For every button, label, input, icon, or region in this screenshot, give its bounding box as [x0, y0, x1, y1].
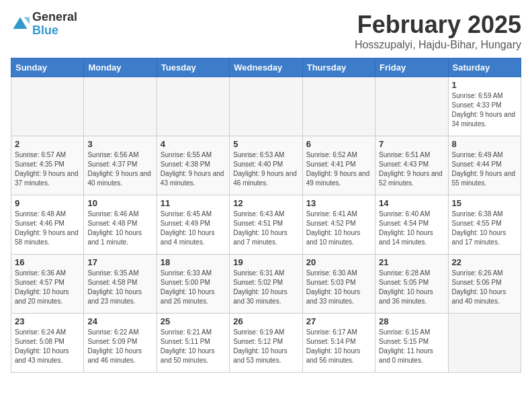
- day-number: 8: [452, 139, 517, 149]
- day-number: 4: [161, 139, 226, 149]
- location-title: Hosszupalyi, Hajdu-Bihar, Hungary: [355, 39, 521, 51]
- day-info: Sunrise: 6:43 AM Sunset: 4:51 PM Dayligh…: [233, 210, 298, 247]
- weekday-header-row: SundayMondayTuesdayWednesdayThursdayFrid…: [11, 58, 521, 77]
- logo: General Blue: [11, 11, 77, 38]
- day-info: Sunrise: 6:41 AM Sunset: 4:52 PM Dayligh…: [306, 210, 371, 247]
- day-number: 22: [452, 257, 517, 267]
- day-info: Sunrise: 6:45 AM Sunset: 4:49 PM Dayligh…: [161, 210, 226, 247]
- day-number: 25: [161, 316, 226, 326]
- day-info: Sunrise: 6:40 AM Sunset: 4:54 PM Dayligh…: [379, 210, 444, 247]
- day-number: 24: [87, 316, 152, 326]
- calendar-cell: [157, 77, 229, 136]
- calendar-week-2: 2Sunrise: 6:57 AM Sunset: 4:35 PM Daylig…: [11, 136, 521, 195]
- day-number: 18: [161, 257, 226, 267]
- day-number: 15: [452, 198, 517, 208]
- calendar-cell: 16Sunrise: 6:36 AM Sunset: 4:57 PM Dayli…: [11, 255, 84, 314]
- day-number: 28: [379, 316, 444, 326]
- day-info: Sunrise: 6:26 AM Sunset: 5:06 PM Dayligh…: [452, 269, 517, 306]
- calendar-cell: 4Sunrise: 6:55 AM Sunset: 4:38 PM Daylig…: [157, 136, 229, 195]
- day-number: 13: [306, 198, 371, 208]
- day-info: Sunrise: 6:31 AM Sunset: 5:02 PM Dayligh…: [233, 269, 298, 306]
- day-info: Sunrise: 6:22 AM Sunset: 5:09 PM Dayligh…: [87, 328, 152, 365]
- calendar-cell: 24Sunrise: 6:22 AM Sunset: 5:09 PM Dayli…: [84, 314, 157, 373]
- day-number: 14: [379, 198, 444, 208]
- calendar-cell: 21Sunrise: 6:28 AM Sunset: 5:05 PM Dayli…: [375, 255, 448, 314]
- day-info: Sunrise: 6:56 AM Sunset: 4:37 PM Dayligh…: [87, 150, 152, 188]
- day-info: Sunrise: 6:17 AM Sunset: 5:14 PM Dayligh…: [306, 328, 371, 365]
- calendar-cell: [84, 77, 157, 136]
- month-title: February 2025: [355, 11, 521, 39]
- calendar-cell: 12Sunrise: 6:43 AM Sunset: 4:51 PM Dayli…: [230, 195, 302, 255]
- day-number: 9: [15, 198, 80, 208]
- day-info: Sunrise: 6:35 AM Sunset: 4:58 PM Dayligh…: [87, 269, 152, 306]
- weekday-header-tuesday: Tuesday: [157, 58, 229, 77]
- day-info: Sunrise: 6:28 AM Sunset: 5:05 PM Dayligh…: [379, 269, 444, 306]
- day-number: 10: [87, 198, 152, 208]
- calendar-cell: [302, 77, 375, 136]
- weekday-header-sunday: Sunday: [11, 58, 84, 77]
- calendar-cell: 13Sunrise: 6:41 AM Sunset: 4:52 PM Dayli…: [302, 195, 375, 255]
- day-number: 20: [306, 257, 371, 267]
- day-info: Sunrise: 6:59 AM Sunset: 4:33 PM Dayligh…: [452, 91, 517, 129]
- calendar-cell: [375, 77, 448, 136]
- calendar-week-1: 1Sunrise: 6:59 AM Sunset: 4:33 PM Daylig…: [11, 77, 521, 136]
- weekday-header-thursday: Thursday: [302, 58, 375, 77]
- weekday-header-monday: Monday: [84, 58, 157, 77]
- day-info: Sunrise: 6:53 AM Sunset: 4:40 PM Dayligh…: [233, 150, 298, 188]
- calendar-cell: 17Sunrise: 6:35 AM Sunset: 4:58 PM Dayli…: [84, 255, 157, 314]
- calendar-cell: 27Sunrise: 6:17 AM Sunset: 5:14 PM Dayli…: [302, 314, 375, 373]
- calendar-cell: 1Sunrise: 6:59 AM Sunset: 4:33 PM Daylig…: [448, 77, 521, 136]
- calendar-cell: [11, 77, 84, 136]
- calendar-cell: 15Sunrise: 6:38 AM Sunset: 4:55 PM Dayli…: [448, 195, 521, 255]
- day-info: Sunrise: 6:33 AM Sunset: 5:00 PM Dayligh…: [161, 269, 226, 306]
- day-number: 17: [87, 257, 152, 267]
- calendar-cell: 26Sunrise: 6:19 AM Sunset: 5:12 PM Dayli…: [230, 314, 302, 373]
- day-info: Sunrise: 6:21 AM Sunset: 5:11 PM Dayligh…: [161, 328, 226, 365]
- day-number: 16: [15, 257, 80, 267]
- calendar-cell: 9Sunrise: 6:48 AM Sunset: 4:46 PM Daylig…: [11, 195, 84, 255]
- logo-general-text: General: [32, 11, 77, 24]
- day-number: 21: [379, 257, 444, 267]
- day-number: 26: [233, 316, 298, 326]
- calendar-cell: 20Sunrise: 6:30 AM Sunset: 5:03 PM Dayli…: [302, 255, 375, 314]
- day-info: Sunrise: 6:38 AM Sunset: 4:55 PM Dayligh…: [452, 210, 517, 247]
- day-info: Sunrise: 6:49 AM Sunset: 4:44 PM Dayligh…: [452, 150, 517, 188]
- title-area: February 2025 Hosszupalyi, Hajdu-Bihar, …: [355, 11, 521, 51]
- day-info: Sunrise: 6:19 AM Sunset: 5:12 PM Dayligh…: [233, 328, 298, 365]
- day-number: 2: [15, 139, 80, 149]
- day-info: Sunrise: 6:55 AM Sunset: 4:38 PM Dayligh…: [161, 150, 226, 188]
- calendar-cell: 23Sunrise: 6:24 AM Sunset: 5:08 PM Dayli…: [11, 314, 84, 373]
- day-info: Sunrise: 6:57 AM Sunset: 4:35 PM Dayligh…: [15, 150, 80, 188]
- calendar-cell: 5Sunrise: 6:53 AM Sunset: 4:40 PM Daylig…: [230, 136, 302, 195]
- day-info: Sunrise: 6:46 AM Sunset: 4:48 PM Dayligh…: [87, 210, 152, 247]
- calendar-cell: 19Sunrise: 6:31 AM Sunset: 5:02 PM Dayli…: [230, 255, 302, 314]
- calendar-cell: 22Sunrise: 6:26 AM Sunset: 5:06 PM Dayli…: [448, 255, 521, 314]
- day-number: 3: [87, 139, 152, 149]
- calendar-week-4: 16Sunrise: 6:36 AM Sunset: 4:57 PM Dayli…: [11, 255, 521, 314]
- weekday-header-saturday: Saturday: [448, 58, 521, 77]
- weekday-header-wednesday: Wednesday: [230, 58, 302, 77]
- day-info: Sunrise: 6:51 AM Sunset: 4:43 PM Dayligh…: [379, 150, 444, 188]
- calendar-cell: 10Sunrise: 6:46 AM Sunset: 4:48 PM Dayli…: [84, 195, 157, 255]
- calendar-week-3: 9Sunrise: 6:48 AM Sunset: 4:46 PM Daylig…: [11, 195, 521, 255]
- day-info: Sunrise: 6:36 AM Sunset: 4:57 PM Dayligh…: [15, 269, 80, 306]
- day-number: 23: [15, 316, 80, 326]
- svg-marker-0: [13, 17, 28, 29]
- calendar-cell: 8Sunrise: 6:49 AM Sunset: 4:44 PM Daylig…: [448, 136, 521, 195]
- calendar-cell: 11Sunrise: 6:45 AM Sunset: 4:49 PM Dayli…: [157, 195, 229, 255]
- svg-marker-1: [24, 17, 30, 24]
- calendar-cell: 25Sunrise: 6:21 AM Sunset: 5:11 PM Dayli…: [157, 314, 229, 373]
- day-info: Sunrise: 6:24 AM Sunset: 5:08 PM Dayligh…: [15, 328, 80, 365]
- day-number: 12: [233, 198, 298, 208]
- page-header: General Blue February 2025 Hosszupalyi, …: [11, 11, 521, 51]
- calendar-cell: 3Sunrise: 6:56 AM Sunset: 4:37 PM Daylig…: [84, 136, 157, 195]
- day-number: 5: [233, 139, 298, 149]
- calendar-cell: 7Sunrise: 6:51 AM Sunset: 4:43 PM Daylig…: [375, 136, 448, 195]
- day-number: 27: [306, 316, 371, 326]
- day-info: Sunrise: 6:15 AM Sunset: 5:15 PM Dayligh…: [379, 328, 444, 365]
- day-number: 6: [306, 139, 371, 149]
- calendar-cell: [230, 77, 302, 136]
- calendar-week-5: 23Sunrise: 6:24 AM Sunset: 5:08 PM Dayli…: [11, 314, 521, 373]
- day-number: 7: [379, 139, 444, 149]
- day-info: Sunrise: 6:30 AM Sunset: 5:03 PM Dayligh…: [306, 269, 371, 306]
